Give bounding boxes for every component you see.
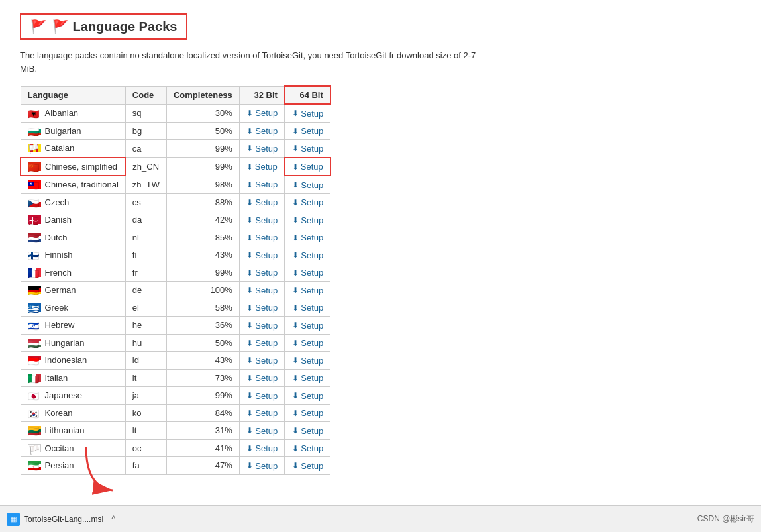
cell-language: 🇫🇷French [21,264,125,282]
cell-32bit: ⬇ Setup [239,404,284,422]
setup-32bit-link[interactable]: ⬇ Setup [246,338,278,348]
cell-64bit: ⬇ Setup [285,387,330,405]
flag-da: 🇩🇰 [28,215,41,224]
language-name: Bulgarian [45,126,81,136]
setup-64bit-link[interactable]: ⬇ Setup [292,373,323,383]
cell-code: fi [125,246,166,264]
table-row: 🇫🇷Frenchfr99%⬇ Setup⬇ Setup [21,264,330,282]
cell-language: 🇩🇰Danish [21,211,125,229]
cell-code: el [125,299,166,317]
table-row: 🇮🇩Indonesianid43%⬇ Setup⬇ Setup [21,352,330,370]
setup-64bit-link[interactable]: ⬇ Setup [292,180,323,190]
cell-code: ja [125,387,166,405]
cell-code: oc [125,439,166,457]
cell-language: 🇩🇪German [21,282,125,299]
cell-64bit: ⬇ Setup [285,422,330,440]
setup-64bit-link[interactable]: ⬇ Setup [292,426,323,436]
cell-completeness: 85% [166,229,239,246]
setup-64bit-link[interactable]: ⬇ Setup [292,391,323,401]
setup-32bit-link[interactable]: ⬇ Setup [246,426,278,436]
table-row: 🇨🇿Czechcs88%⬇ Setup⬇ Setup [21,193,330,211]
language-name: Czech [45,197,70,207]
setup-32bit-link[interactable]: ⬇ Setup [246,144,278,154]
col-language: Language [21,86,125,104]
flag-cs: 🇨🇿 [28,198,41,207]
setup-64bit-link[interactable]: ⬇ Setup [292,109,323,119]
setup-64bit-link[interactable]: ⬇ Setup [292,338,323,348]
setup-32bit-link[interactable]: ⬇ Setup [246,197,278,207]
table-row: 🇮🇱Hebrewhe36%⬇ Setup⬇ Setup [21,317,330,335]
setup-32bit-link[interactable]: ⬇ Setup [246,233,278,242]
flag-zh_tw: 🇹🇼 [28,180,41,189]
setup-64bit-link[interactable]: ⬇ Setup [292,126,323,136]
cell-completeness: 98% [166,176,239,193]
setup-64bit-link[interactable]: ⬇ Setup [292,250,323,260]
setup-32bit-link[interactable]: ⬇ Setup [246,373,278,383]
cell-completeness: 42% [166,211,239,229]
cell-language: 🇳🇱Dutch [21,229,125,246]
cell-64bit: ⬇ Setup [285,299,330,317]
flag-ca: 🏳️ [28,144,41,152]
setup-32bit-link[interactable]: ⬇ Setup [246,126,278,136]
cell-completeness: 43% [166,246,239,264]
cell-64bit: ⬇ Setup [285,140,330,158]
cell-code: ko [125,404,166,422]
setup-32bit-link[interactable]: ⬇ Setup [246,408,278,418]
table-header-row: Language Code Completeness 32 Bit 64 Bit [21,86,330,104]
table-row: 🇭🇺Hungarianhu50%⬇ Setup⬇ Setup [21,334,330,352]
setup-32bit-link[interactable]: ⬇ Setup [246,268,278,278]
setup-32bit-link[interactable]: ⬇ Setup [246,321,278,331]
setup-64bit-link[interactable]: ⬇ Setup [292,268,323,278]
setup-32bit-link[interactable]: ⬇ Setup [246,162,278,172]
table-row: 🏳️Occitanoc41%⬇ Setup⬇ Setup [21,439,330,457]
flag-zh_cn: 🇨🇳 [28,162,41,171]
setup-64bit-link[interactable]: ⬇ Setup [292,321,323,331]
cell-language: 🇧🇬Bulgarian [21,122,125,140]
cell-32bit: ⬇ Setup [239,352,284,370]
language-table: Language Code Completeness 32 Bit 64 Bit… [20,85,331,475]
setup-64bit-link[interactable]: ⬇ Setup [292,162,323,172]
language-name: Greek [45,303,68,313]
flag-lt: 🇱🇹 [28,426,41,435]
col-completeness: Completeness [166,86,239,104]
cell-32bit: ⬇ Setup [239,439,284,457]
flag-el: 🇬🇷 [28,303,41,312]
setup-32bit-link[interactable]: ⬇ Setup [246,303,278,313]
setup-64bit-link[interactable]: ⬇ Setup [292,215,323,225]
setup-32bit-link[interactable]: ⬇ Setup [246,215,278,225]
setup-32bit-link[interactable]: ⬇ Setup [246,391,278,401]
cell-code: bg [125,122,166,140]
flag-fr: 🇫🇷 [28,268,41,277]
setup-64bit-link[interactable]: ⬇ Setup [292,443,323,453]
table-row: 🇦🇱Albaniansq30%⬇ Setup⬇ Setup [21,104,330,122]
setup-64bit-link[interactable]: ⬇ Setup [292,144,323,154]
cell-code: cs [125,193,166,211]
cell-completeness: 31% [166,422,239,440]
table-row: 🇮🇹Italianit73%⬇ Setup⬇ Setup [21,369,330,387]
language-name: Lithuanian [45,425,85,435]
setup-64bit-link[interactable]: ⬇ Setup [292,197,323,207]
setup-64bit-link[interactable]: ⬇ Setup [292,303,323,313]
table-row: 🇨🇳Chinese, simplifiedzh_CN99%⬇ Setup⬇ Se… [21,158,330,176]
setup-32bit-link[interactable]: ⬇ Setup [246,250,278,260]
setup-32bit-link[interactable]: ⬇ Setup [246,180,278,189]
setup-64bit-link[interactable]: ⬇ Setup [292,356,323,366]
cell-32bit: ⬇ Setup [239,317,284,335]
cell-64bit: ⬇ Setup [285,334,330,352]
setup-32bit-link[interactable]: ⬇ Setup [246,108,278,118]
cell-code: lt [125,422,166,440]
cell-code: he [125,317,166,335]
language-name: Danish [45,215,72,225]
table-row: 🇩🇰Danishda42%⬇ Setup⬇ Setup [21,211,330,229]
table-row: 🇰🇷Koreanko84%⬇ Setup⬇ Setup [21,404,330,422]
setup-32bit-link[interactable]: ⬇ Setup [246,356,278,366]
setup-64bit-link[interactable]: ⬇ Setup [292,408,323,418]
setup-64bit-link[interactable]: ⬇ Setup [292,286,323,295]
setup-32bit-link[interactable]: ⬇ Setup [246,443,278,453]
setup-32bit-link[interactable]: ⬇ Setup [246,461,278,471]
setup-32bit-link[interactable]: ⬇ Setup [246,286,278,295]
setup-64bit-link[interactable]: ⬇ Setup [292,233,323,242]
page-container: 🚩 🚩 Language Packs The language packs co… [0,0,761,488]
setup-64bit-link[interactable]: ⬇ Setup [292,461,323,471]
language-name: Dutch [45,233,68,242]
